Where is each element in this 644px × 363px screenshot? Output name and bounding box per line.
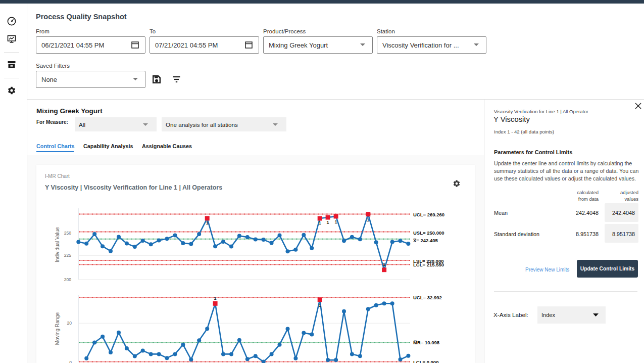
svg-text:LCL= 215.550: LCL= 215.550	[413, 262, 444, 267]
svg-text:Moving Range: Moving Range	[55, 312, 60, 345]
svg-text:UCL= 269.260: UCL= 269.260	[413, 212, 444, 217]
svg-text:X̅= 242.405: X̅= 242.405	[413, 238, 438, 243]
svg-text:1: 1	[214, 296, 217, 301]
svg-text:1: 1	[319, 220, 321, 225]
svg-text:M̅R= 10.098: M̅R= 10.098	[413, 340, 439, 345]
svg-text:UCL= 32.992: UCL= 32.992	[413, 295, 442, 300]
svg-text:1: 1	[335, 219, 337, 224]
svg-text:225: 225	[64, 253, 71, 258]
svg-text:20: 20	[67, 321, 72, 326]
svg-text:1: 1	[319, 303, 321, 308]
svg-text:LCL= 0.000: LCL= 0.000	[413, 359, 438, 363]
svg-text:Individual Value: Individual Value	[55, 227, 60, 262]
svg-text:USL= 250.000: USL= 250.000	[413, 230, 444, 236]
svg-text:1: 1	[367, 217, 369, 222]
svg-text:1: 1	[383, 262, 385, 267]
svg-text:1: 1	[327, 220, 329, 225]
svg-text:200: 200	[64, 277, 71, 282]
svg-text:1: 1	[206, 220, 209, 225]
svg-text:250: 250	[64, 231, 71, 236]
svg-text:0: 0	[69, 360, 72, 363]
